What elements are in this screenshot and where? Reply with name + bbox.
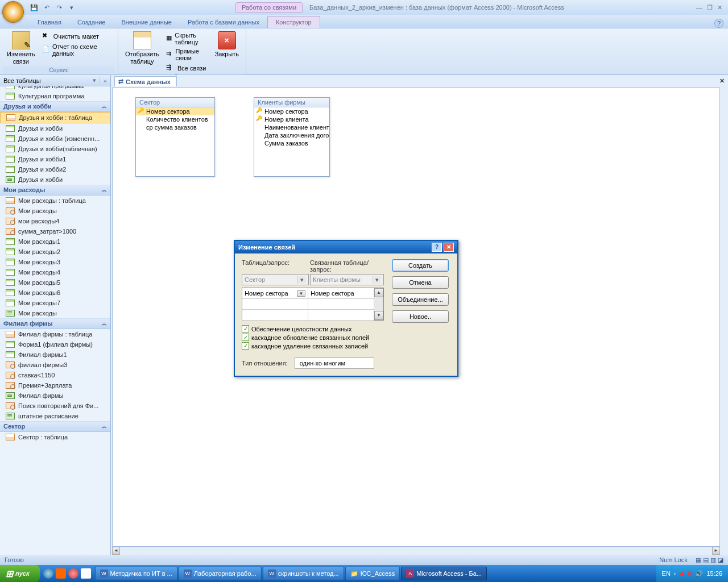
clock[interactable]: 15:26: [706, 570, 722, 577]
dialog-help-icon[interactable]: ?: [432, 243, 442, 252]
edit-relationships-button[interactable]: ✎ Изменить связи: [3, 30, 39, 66]
nav-item[interactable]: Премия+Зарплата: [0, 380, 110, 390]
quicklaunch-icon[interactable]: [81, 568, 91, 579]
tray-icon[interactable]: ◆: [680, 570, 684, 577]
cancel-button[interactable]: Отмена: [392, 276, 449, 289]
enforce-integrity-checkbox[interactable]: ✓Обеспечение целостности данных: [242, 325, 384, 332]
nav-item[interactable]: сумма_затрат>1000: [0, 226, 110, 236]
tab-external[interactable]: Внешние данные: [114, 16, 180, 28]
office-button[interactable]: [2, 1, 24, 23]
redo-icon[interactable]: ↷: [55, 3, 64, 12]
nav-item[interactable]: Мои расходы: [0, 206, 110, 216]
related-table-combo[interactable]: Клиенты фирмы▾: [310, 274, 384, 285]
nav-item[interactable]: Мои расходы6: [0, 288, 110, 298]
taskbar-item[interactable]: WМетодичка по ИТ в ...: [95, 567, 177, 580]
nav-item[interactable]: Сектор : таблица: [0, 432, 110, 442]
field[interactable]: Количество клиентов: [136, 115, 214, 123]
create-button[interactable]: Создать: [392, 259, 449, 272]
all-relations-button[interactable]: ⇶Все связи: [165, 63, 209, 73]
language-indicator[interactable]: EN: [662, 570, 671, 577]
document-close-icon[interactable]: ✕: [719, 77, 725, 85]
help-icon[interactable]: ?: [714, 19, 723, 28]
nav-header[interactable]: Все таблицы ▾ «: [0, 75, 110, 86]
tab-create[interactable]: Создание: [69, 16, 114, 28]
nav-item[interactable]: Мои расходы4: [0, 267, 110, 277]
document-tab[interactable]: ⇄Схема данных: [114, 76, 177, 86]
tray-icon[interactable]: 🔊: [695, 570, 703, 577]
target-field-cell[interactable]: [308, 310, 374, 321]
nav-group-friends[interactable]: Друзья и хобби︽: [0, 101, 110, 112]
close-window-icon[interactable]: ✕: [717, 4, 722, 11]
nav-item[interactable]: Друзья и хобби: [0, 174, 110, 185]
close-button[interactable]: ✕ Закрыть: [212, 30, 242, 59]
tray-icon[interactable]: ‹: [674, 570, 676, 577]
nav-item[interactable]: Мои расходы3: [0, 257, 110, 267]
new-button[interactable]: Новое..: [392, 310, 449, 323]
nav-item[interactable]: Филиал фирмы : таблица: [0, 329, 110, 339]
field[interactable]: Наименование клиента: [254, 123, 329, 131]
grid-scrollbar[interactable]: ▲▼: [374, 288, 383, 320]
nav-item[interactable]: Мои расходы5: [0, 277, 110, 288]
quicklaunch-icon[interactable]: [56, 568, 66, 579]
chevron-down-icon[interactable]: ▼: [297, 290, 305, 297]
nav-item[interactable]: Друзья и хобби(табличная): [0, 144, 110, 154]
cascade-update-checkbox[interactable]: ✓каскадное обновление связанных полей: [242, 334, 384, 341]
show-table-button[interactable]: Отобразить таблицу: [122, 30, 163, 66]
nav-item[interactable]: Друзья и хобби : таблица: [0, 112, 110, 123]
field[interactable]: ср сумма заказов: [136, 123, 214, 131]
nav-dropdown-icon[interactable]: ▾: [93, 77, 96, 84]
nav-item[interactable]: Форма1 (филиал фирмы): [0, 339, 110, 350]
field[interactable]: Сумма заказов: [254, 139, 329, 147]
field[interactable]: Номер клиента: [254, 115, 329, 123]
source-field-cell[interactable]: [242, 310, 308, 321]
nav-item[interactable]: Филиал фирмы1: [0, 350, 110, 360]
taskbar-item[interactable]: Wскриншоты к метод...: [263, 567, 344, 580]
quicklaunch-icon[interactable]: [43, 568, 53, 579]
nav-item[interactable]: Друзья и хобби: [0, 123, 110, 134]
nav-group-expenses[interactable]: Мои расходы︽: [0, 185, 110, 196]
nav-collapse-icon[interactable]: «: [100, 77, 107, 84]
clear-layout-button[interactable]: ✖Очистить макет: [41, 31, 114, 41]
nav-group-sector[interactable]: Сектор︽: [0, 421, 110, 432]
vertical-scrollbar[interactable]: [720, 88, 728, 547]
field[interactable]: Номер сектора: [254, 107, 329, 115]
nav-item[interactable]: культурная программа: [0, 86, 110, 91]
nav-item[interactable]: штатное расписание: [0, 411, 110, 421]
nav-item[interactable]: Мои расходы2: [0, 247, 110, 257]
taskbar-item[interactable]: WЛабораторная рабо...: [179, 567, 262, 580]
direct-relations-button[interactable]: ⇉Прямые связи: [165, 47, 209, 62]
nav-item[interactable]: ставка<1150: [0, 370, 110, 380]
nav-item[interactable]: Друзья и хобби (измененн...: [0, 134, 110, 144]
table-sector[interactable]: Сектор Номер сектора Количество клиентов…: [135, 97, 215, 177]
table-combo[interactable]: Сектор▾: [242, 274, 309, 285]
field[interactable]: Дата заключения договора: [254, 131, 329, 139]
tab-design[interactable]: Конструктор: [267, 16, 320, 28]
dialog-close-icon[interactable]: ✕: [444, 243, 454, 252]
undo-icon[interactable]: ↶: [42, 3, 51, 12]
tab-home[interactable]: Главная: [30, 16, 69, 28]
join-type-button[interactable]: Объединение...: [392, 293, 449, 306]
nav-item[interactable]: Филиал фирмы: [0, 390, 110, 401]
hide-table-button[interactable]: ▦Скрыть таблицу: [165, 31, 209, 46]
maximize-icon[interactable]: ❐: [707, 4, 713, 11]
nav-item[interactable]: мои расходы4: [0, 216, 110, 226]
save-icon[interactable]: 💾: [30, 3, 39, 12]
source-field-cell[interactable]: Номер сектора▼: [242, 288, 308, 299]
taskbar-item-active[interactable]: AMicrosoft Access - Ба...: [401, 567, 487, 580]
horizontal-scrollbar[interactable]: ◄►: [112, 547, 720, 555]
nav-item[interactable]: Мои расходы : таблица: [0, 196, 110, 206]
table-clients[interactable]: Клиенты фирмы Номер сектора Номер клиент…: [254, 97, 330, 177]
target-field-cell[interactable]: [308, 299, 374, 310]
nav-item[interactable]: Поиск повторений для Фи...: [0, 401, 110, 411]
minimize-icon[interactable]: —: [696, 4, 702, 11]
field-sector-number[interactable]: Номер сектора: [136, 107, 214, 115]
nav-group-branch[interactable]: Филиал фирмы︽: [0, 318, 110, 329]
view-icons[interactable]: ▦ ▤ ▥ ◪: [696, 556, 723, 564]
nav-item[interactable]: Культурная программа: [0, 91, 110, 101]
cascade-delete-checkbox[interactable]: ✓каскадное удаление связанных записей: [242, 342, 384, 350]
nav-item[interactable]: Мои расходы7: [0, 298, 110, 308]
start-button[interactable]: ⊞пуск: [0, 565, 40, 582]
tab-dbtools[interactable]: Работа с базами данных: [180, 16, 267, 28]
quicklaunch-icon[interactable]: [68, 568, 78, 579]
tray-icon[interactable]: K: [688, 570, 692, 577]
